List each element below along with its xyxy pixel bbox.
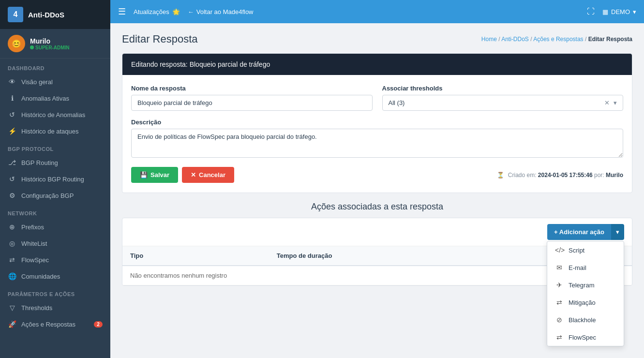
sidebar-item-anomalias-ativas[interactable]: ℹAnomalias Ativas <box>0 90 110 106</box>
add-action-label: + Adicionar ação <box>554 228 604 236</box>
breadcrumb: Home / Anti-DDoS / Ações e Respostas / E… <box>481 36 632 43</box>
sidebar-item-bgp-routing[interactable]: ⎇BGP Routing <box>0 154 110 171</box>
page-header: Editar Resposta Home / Anti-DDoS / Ações… <box>122 33 632 45</box>
bgp-routing-icon: ⎇ <box>8 159 16 166</box>
threshold-value: All (3) <box>389 99 605 106</box>
sidebar-section-label: Parâmetros e ações <box>0 284 110 299</box>
breadcrumb-antiddos[interactable]: Anti-DDoS <box>501 36 529 43</box>
breadcrumb-acoes[interactable]: Ações e Respostas <box>533 36 583 43</box>
demo-label: DEMO <box>611 8 630 15</box>
fullscreen-icon[interactable]: ⛶ <box>587 7 595 16</box>
col-tipo: Tipo <box>122 246 269 266</box>
updates-icon: 🌟 <box>172 8 180 15</box>
meta-by: por: <box>594 172 604 179</box>
whitelist-icon: ◎ <box>8 239 16 247</box>
sidebar-item-historico-anomalias[interactable]: ↺Histórico de Anomalias <box>0 106 110 123</box>
actions-section-title: Ações associadas a esta resposta <box>122 202 632 212</box>
badge-acoes-respostas: 2 <box>94 321 103 328</box>
threshold-caret-icon[interactable]: ▾ <box>614 99 617 106</box>
sidebar-item-label-configuracao-bgp: Configuração BGP <box>21 192 74 199</box>
sidebar-item-comunidades[interactable]: 🌐Comunidades <box>0 268 110 284</box>
sidebar-item-historico-ataques[interactable]: ⚡Histórico de ataques <box>0 123 110 139</box>
threshold-clear-icon[interactable]: ✕ <box>604 99 610 106</box>
hamburger-icon[interactable]: ☰ <box>118 6 126 17</box>
save-button[interactable]: 💾 Salvar <box>131 167 178 183</box>
cancel-button[interactable]: ✕ Cancelar <box>182 167 234 183</box>
demo-menu[interactable]: ▦ DEMO ▾ <box>602 8 636 15</box>
meta-date: 2024-01-05 17:55:46 <box>538 172 593 179</box>
name-input[interactable] <box>131 95 373 111</box>
mitigacao-dropdown-icon: ⇄ <box>555 298 564 306</box>
dropdown-item-email[interactable]: ✉E-mail <box>547 259 624 276</box>
actions-card: + Adicionar ação ▾ </>Script✉E-mail✈Tele… <box>122 218 632 286</box>
dropdown-item-mitigacao[interactable]: ⇄Mitigação <box>547 294 624 311</box>
demo-caret-icon: ▾ <box>633 8 636 15</box>
editing-name: Bloqueio parcial de tráfego <box>190 60 270 68</box>
dropdown-item-label-blackhole: Blackhole <box>569 316 596 324</box>
sidebar-item-label-visao-geral: Visão geral <box>21 78 53 86</box>
sidebar-item-prefixos[interactable]: ⊕Prefixos <box>0 219 110 235</box>
sidebar-item-flowspec[interactable]: ⇄FlowSpec <box>0 252 110 268</box>
comunidades-icon: 🌐 <box>8 272 16 280</box>
add-action-button[interactable]: + Adicionar ação <box>547 224 611 240</box>
form-meta: ⏳ Criado em: 2024-01-05 17:55:46 por: Mu… <box>497 172 623 179</box>
dropdown-item-label-mitigacao: Mitigação <box>569 299 596 306</box>
back-arrow-icon: ← <box>188 8 194 15</box>
dropdown-item-label-telegram: Telegram <box>569 282 594 289</box>
sidebar-item-label-historico-anomalias: Histórico de Anomalias <box>21 111 85 119</box>
sidebar-item-label-whitelist: WhiteList <box>21 240 47 247</box>
description-label: Descrição <box>131 119 623 126</box>
description-textarea[interactable]: Envio de políticas de FlowSpec para bloq… <box>131 129 623 158</box>
sidebar-item-thresholds[interactable]: ▽Thresholds <box>0 299 110 316</box>
form-group-name: Nome da resposta <box>131 85 373 111</box>
save-label: Salvar <box>150 171 169 179</box>
sidebar-item-configuracao-bgp[interactable]: ⚙Configuração BGP <box>0 187 110 204</box>
breadcrumb-home[interactable]: Home <box>481 36 497 43</box>
sidebar-item-label-historico-bgp: Histórico BGP Routing <box>21 176 84 183</box>
edit-card: Editando resposta: Bloqueio parcial de t… <box>122 53 632 193</box>
user-name: Murilo <box>30 37 70 45</box>
sidebar-section-label: Network <box>0 204 110 219</box>
grid-icon: ▦ <box>602 8 608 15</box>
dropdown-toggle-button[interactable]: ▾ <box>611 224 624 240</box>
top-navbar: ☰ Atualizações 🌟 ← Voltar ao Made4flow ⛶… <box>110 0 644 23</box>
dropdown-item-flowspec[interactable]: ⇄FlowSpec <box>547 328 624 346</box>
sidebar-section-label: BGP Protocol <box>0 139 110 154</box>
form-row-1: Nome da resposta Associar thresholds All… <box>131 85 623 111</box>
sidebar-item-whitelist[interactable]: ◎WhiteList <box>0 235 110 252</box>
sidebar-item-label-historico-ataques: Histórico de ataques <box>21 128 79 135</box>
updates-link[interactable]: Atualizações 🌟 <box>134 8 180 15</box>
sidebar-item-label-prefixos: Prefixos <box>21 224 44 231</box>
form-group-threshold: Associar thresholds All (3) ✕ ▾ <box>382 85 624 111</box>
back-link[interactable]: ← Voltar ao Made4flow <box>188 8 254 15</box>
hourglass-icon: ⏳ <box>497 172 504 179</box>
sidebar-item-historico-bgp[interactable]: ↺Histórico BGP Routing <box>0 171 110 187</box>
card-body: Nome da resposta Associar thresholds All… <box>122 75 632 193</box>
threshold-select[interactable]: All (3) ✕ ▾ <box>382 95 624 111</box>
sidebar: 4 Anti-DDoS 😊 Murilo SUPER-ADMIN Dashboa… <box>0 0 110 358</box>
sidebar-brand[interactable]: 4 Anti-DDoS <box>0 0 110 29</box>
form-actions: 💾 Salvar ✕ Cancelar ⏳ Criado em: 2024-01… <box>131 167 623 183</box>
dropdown-item-telegram[interactable]: ✈Telegram <box>547 276 624 294</box>
name-label: Nome da resposta <box>131 85 373 92</box>
sidebar-section-label: Dashboard <box>0 59 110 74</box>
telegram-dropdown-icon: ✈ <box>555 281 564 289</box>
dropdown-item-script[interactable]: </>Script <box>547 241 624 259</box>
save-icon: 💾 <box>140 171 148 179</box>
user-avatar: 😊 <box>8 35 25 52</box>
sidebar-item-acoes-respostas[interactable]: 🚀Ações e Respostas2 <box>0 316 110 332</box>
dropdown-item-label-email: E-mail <box>569 264 586 271</box>
meta-prefix: Criado em: <box>508 172 537 179</box>
flowspec-dropdown-icon: ⇄ <box>555 333 564 341</box>
historico-anomalias-icon: ↺ <box>8 111 16 119</box>
flowspec-icon: ⇄ <box>8 256 16 264</box>
dropdown-caret-icon: ▾ <box>616 228 619 236</box>
card-header: Editando resposta: Bloqueio parcial de t… <box>122 54 632 75</box>
user-role: SUPER-ADMIN <box>30 45 70 50</box>
dropdown-item-blackhole[interactable]: ⊘Blackhole <box>547 311 624 328</box>
visao-geral-icon: 👁 <box>8 78 16 86</box>
dropdown-menu: </>Script✉E-mail✈Telegram⇄Mitigação⊘Blac… <box>547 241 624 346</box>
historico-ataques-icon: ⚡ <box>8 127 16 135</box>
sidebar-item-visao-geral[interactable]: 👁Visão geral <box>0 74 110 90</box>
sidebar-sections: Dashboard👁Visão geralℹAnomalias Ativas↺H… <box>0 59 110 332</box>
